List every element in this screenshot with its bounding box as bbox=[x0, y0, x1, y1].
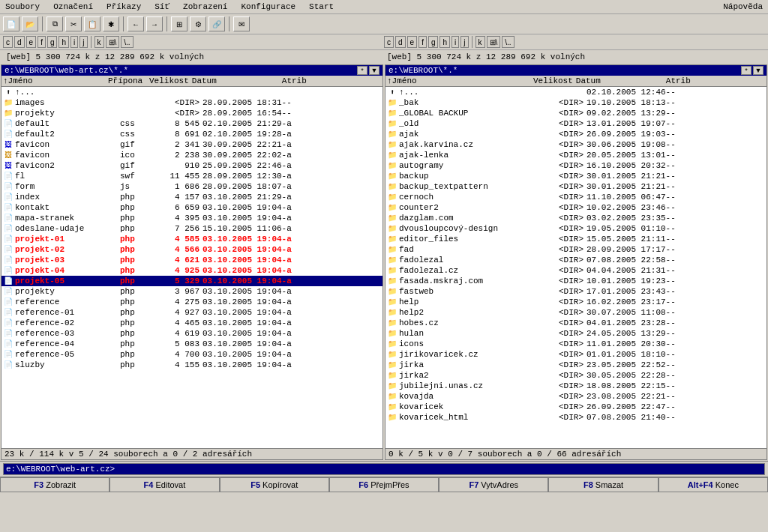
left-panel-btn1[interactable]: * bbox=[357, 66, 368, 75]
drive-e-left[interactable]: e bbox=[26, 36, 37, 48]
list-item[interactable]: 📁fadolezal<DIR>07.08.2005 22:58-- bbox=[386, 255, 766, 265]
menu-soubory[interactable]: Soubory bbox=[3, 1, 42, 12]
menu-konfigurace[interactable]: Konfigurace bbox=[238, 1, 298, 12]
list-item[interactable]: 📄projekt-05php5 32903.10.2005 19:04-a-- bbox=[2, 276, 382, 286]
tb-cut[interactable]: ✂ bbox=[65, 16, 82, 31]
list-item[interactable]: 📄kontaktphp6 65903.10.2005 19:04-a-- bbox=[2, 202, 382, 213]
list-item[interactable]: 📁jubilejni.unas.cz<DIR>18.08.2005 22:15-… bbox=[386, 381, 766, 391]
list-item[interactable]: 📄projektyphp3 96703.10.2005 19:04-a-- bbox=[2, 286, 382, 297]
menu-oznaceni[interactable]: Označení bbox=[51, 1, 95, 12]
list-item[interactable]: 📁_old<DIR>13.01.2005 19:07-- bbox=[386, 118, 766, 129]
drive-j-right[interactable]: j bbox=[460, 36, 468, 48]
drive-k-right[interactable]: k bbox=[476, 36, 485, 48]
drive-net-right[interactable]: ⊞\ bbox=[487, 36, 501, 48]
list-item[interactable]: 📁hobes.cz<DIR>04.01.2005 23:28-- bbox=[386, 318, 766, 328]
list-item[interactable]: 🖼favicongif2 34130.09.2005 22:21-a-- bbox=[2, 139, 382, 150]
tb-refresh[interactable]: ⊞ bbox=[171, 16, 188, 31]
list-item[interactable]: 📁_GLOBAL BACKUP<DIR>09.02.2005 13:29-- bbox=[386, 108, 766, 118]
list-item[interactable]: 📁fadolezal.cz<DIR>04.04.2005 21:31-- bbox=[386, 265, 766, 276]
drive-i-right[interactable]: i bbox=[452, 36, 459, 48]
tb-back[interactable]: ← bbox=[128, 16, 144, 31]
tb-delete[interactable]: ✱ bbox=[103, 16, 119, 31]
list-item[interactable]: 📁jirka<DIR>23.05.2005 22:52-- bbox=[386, 360, 766, 370]
func-key-btn[interactable]: Alt+F4 Konec bbox=[658, 477, 768, 492]
func-key-btn[interactable]: F5 Kopírovat bbox=[220, 477, 329, 492]
list-item[interactable]: 📁backup<DIR>30.01.2005 21:21-- bbox=[386, 171, 766, 181]
list-item[interactable]: 📁images<DIR>28.09.2005 18:31---- bbox=[2, 97, 382, 108]
list-item[interactable]: 📁kovaricek_html<DIR>07.08.2005 21:40-- bbox=[386, 412, 766, 423]
list-item[interactable]: 📁fasada.mskraj.com<DIR>10.01.2005 19:23-… bbox=[386, 276, 766, 286]
menu-sit[interactable]: Síť bbox=[152, 1, 172, 12]
drive-net2-right[interactable]: \.. bbox=[502, 36, 514, 48]
list-item[interactable]: 📁counter2<DIR>10.02.2005 23:46-- bbox=[386, 202, 766, 213]
list-item[interactable]: 📄indexphp4 15703.10.2005 21:29-a-- bbox=[2, 192, 382, 202]
drive-e-right[interactable]: e bbox=[407, 36, 418, 48]
list-item[interactable]: 📁help<DIR>16.02.2005 23:17-- bbox=[386, 297, 766, 307]
tb-mail[interactable]: ✉ bbox=[233, 16, 250, 31]
list-item[interactable]: 📄reference-05php4 70003.10.2005 19:04-a-… bbox=[2, 349, 382, 360]
tb-paste[interactable]: 📋 bbox=[84, 16, 100, 31]
list-item[interactable]: 📁help2<DIR>30.07.2005 11:08-- bbox=[386, 307, 766, 318]
list-item[interactable]: 📄projekt-03php4 62103.10.2005 19:04-a-- bbox=[2, 255, 382, 265]
list-item[interactable]: 📁dvousloupcový-design<DIR>19.05.2005 01:… bbox=[386, 223, 766, 234]
drive-net2-left[interactable]: \.. bbox=[121, 36, 133, 48]
list-item[interactable]: 📄formjs1 68628.09.2005 18:07-a-- bbox=[2, 181, 382, 192]
drive-net-left[interactable]: ⊞\ bbox=[106, 36, 120, 48]
list-item[interactable]: 📄reference-03php4 61903.10.2005 19:04-a-… bbox=[2, 328, 382, 339]
list-item[interactable]: 📄defaultcss8 54502.10.2005 21:29-a-- bbox=[2, 118, 382, 129]
list-item[interactable]: 📁kovaricek<DIR>26.09.2005 22:47-- bbox=[386, 402, 766, 412]
drive-f-right[interactable]: f bbox=[418, 36, 427, 48]
drive-k-left[interactable]: k bbox=[94, 36, 104, 48]
drive-g-right[interactable]: g bbox=[428, 36, 439, 48]
func-key-btn[interactable]: F4 Editovat bbox=[110, 477, 219, 492]
drive-c-right[interactable]: c bbox=[384, 36, 394, 48]
drive-j-left[interactable]: j bbox=[80, 36, 87, 48]
drive-g-left[interactable]: g bbox=[47, 36, 58, 48]
tb-open[interactable]: 📂 bbox=[22, 16, 38, 31]
menu-napoveda[interactable]: Nápověda bbox=[721, 1, 765, 12]
drive-i-left[interactable]: i bbox=[70, 36, 78, 48]
drive-d-left[interactable]: d bbox=[14, 36, 25, 48]
list-item[interactable]: 📄reference-04php5 08303.10.2005 19:04-a-… bbox=[2, 339, 382, 349]
drive-d-right[interactable]: d bbox=[395, 36, 406, 48]
tb-connect[interactable]: 🔗 bbox=[208, 16, 225, 31]
left-panel-btn2[interactable]: ▼ bbox=[369, 66, 380, 75]
list-item[interactable]: 📄default2css8 69102.10.2005 19:28-a-- bbox=[2, 129, 382, 139]
list-item[interactable]: 📁dazglam.com<DIR>03.02.2005 23:35-- bbox=[386, 213, 766, 223]
list-item[interactable]: 📄referencephp4 27503.10.2005 19:04-a-- bbox=[2, 297, 382, 307]
menu-prikazy[interactable]: Příkazy bbox=[104, 1, 143, 12]
drive-h-right[interactable]: h bbox=[440, 36, 450, 48]
func-key-btn[interactable]: F8 Smazat bbox=[548, 477, 658, 492]
list-item[interactable]: 📄projekt-04php4 92503.10.2005 19:04-a-- bbox=[2, 265, 382, 276]
func-key-btn[interactable]: F6 PřejmPřes bbox=[329, 477, 439, 492]
list-item[interactable]: 🖼favicon2gif91025.09.2005 22:46-a-- bbox=[2, 160, 382, 171]
cmd-input[interactable] bbox=[3, 463, 765, 475]
list-item[interactable]: 📁kovajda<DIR>23.08.2005 22:21-- bbox=[386, 391, 766, 402]
list-item[interactable]: 📁icons<DIR>11.01.2005 20:30-- bbox=[386, 339, 766, 349]
list-item[interactable]: 📁ajak.karvina.cz<DIR>30.06.2005 19:08-- bbox=[386, 139, 766, 150]
list-item[interactable]: 📁jirka2<DIR>30.05.2005 22:28-- bbox=[386, 370, 766, 381]
list-item[interactable]: 📁_bak<DIR>19.10.2005 18:13-- bbox=[386, 97, 766, 108]
list-item[interactable]: 📄projekt-01php4 58503.10.2005 19:04-a-- bbox=[2, 234, 382, 244]
list-item[interactable]: 📁fad<DIR>28.09.2005 17:17-- bbox=[386, 244, 766, 255]
func-key-btn[interactable]: F7 VytvAdres bbox=[439, 477, 548, 492]
tb-copy[interactable]: ⧉ bbox=[46, 16, 63, 31]
list-item[interactable]: 📄odeslane-udajephp7 25615.10.2005 11:06-… bbox=[2, 223, 382, 234]
list-item[interactable]: 📁projekty<DIR>28.09.2005 16:54---- bbox=[2, 108, 382, 118]
list-item[interactable]: ⬆↑... bbox=[2, 87, 382, 97]
list-item[interactable]: 📁autogramy<DIR>16.10.2005 20:32-- bbox=[386, 160, 766, 171]
menu-zobrazeni[interactable]: Zobrazení bbox=[181, 1, 230, 12]
list-item[interactable]: 📁editor_files<DIR>15.05.2005 21:11-- bbox=[386, 234, 766, 244]
list-item[interactable]: 📁fastweb<DIR>17.01.2005 23:43-- bbox=[386, 286, 766, 297]
tb-forward[interactable]: → bbox=[146, 16, 163, 31]
list-item[interactable]: 📄reference-01php4 92703.10.2005 19:04-a-… bbox=[2, 307, 382, 318]
right-panel-btn1[interactable]: * bbox=[741, 66, 752, 75]
drive-f-left[interactable]: f bbox=[38, 36, 46, 48]
list-item[interactable]: 📁ajak<DIR>26.09.2005 19:03-- bbox=[386, 129, 766, 139]
list-item[interactable]: 📁hulan<DIR>24.05.2005 13:29-- bbox=[386, 328, 766, 339]
list-item[interactable]: 📁ajak-lenka<DIR>20.05.2005 13:01-- bbox=[386, 150, 766, 160]
tb-settings[interactable]: ⚙ bbox=[190, 16, 206, 31]
list-item[interactable]: 📁backup_textpattern<DIR>30.01.2005 21:21… bbox=[386, 181, 766, 192]
right-panel-btn2[interactable]: ▼ bbox=[753, 66, 764, 75]
tb-new[interactable]: 📄 bbox=[3, 16, 20, 31]
